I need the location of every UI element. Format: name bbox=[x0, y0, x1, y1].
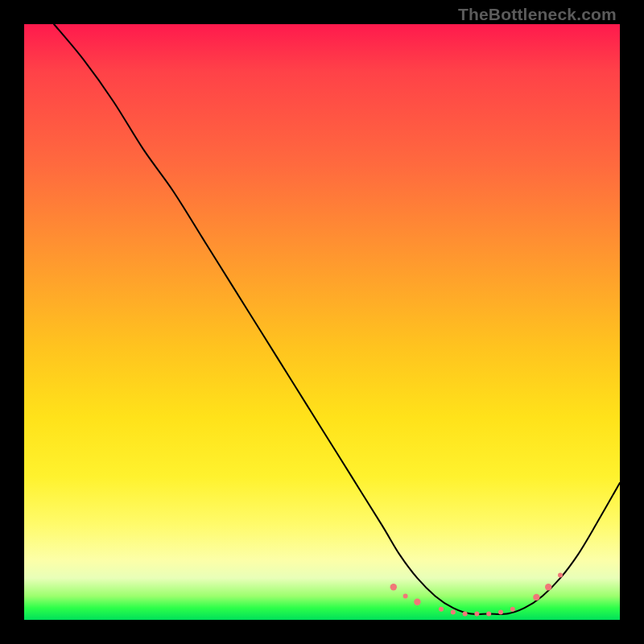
highlight-point bbox=[414, 599, 420, 605]
highlight-points-layer bbox=[390, 573, 563, 617]
highlight-point bbox=[463, 612, 468, 617]
chart-svg bbox=[24, 24, 620, 620]
highlight-point bbox=[510, 607, 515, 612]
highlight-point bbox=[451, 609, 456, 614]
highlight-point bbox=[403, 593, 408, 598]
bottleneck-curve bbox=[54, 24, 620, 614]
highlight-point bbox=[474, 612, 479, 617]
highlight-point bbox=[533, 594, 539, 601]
highlight-point bbox=[486, 612, 491, 617]
chart-frame: TheBottleneck.com bbox=[0, 0, 644, 644]
watermark-text: TheBottleneck.com bbox=[458, 5, 617, 24]
highlight-point bbox=[558, 573, 563, 578]
highlight-point bbox=[439, 607, 444, 612]
highlight-point bbox=[390, 584, 397, 590]
highlight-point bbox=[545, 584, 551, 590]
highlight-point bbox=[498, 609, 503, 614]
curve-layer bbox=[54, 24, 620, 614]
